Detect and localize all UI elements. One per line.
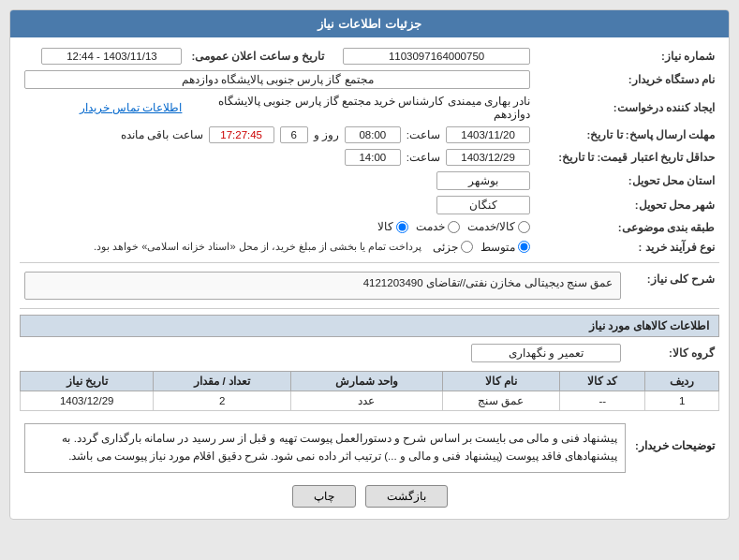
info-kala-title: اطلاعات کالاهای مورد نیاز: [20, 315, 719, 337]
now-label: نوع فرآیند خرید :: [535, 238, 719, 257]
tabaqe-label: طبقه بندی موضوعی:: [535, 217, 719, 238]
table-row: 1--عمق سنجعدد21403/12/29: [21, 391, 719, 410]
name-dastgah-label: نام دستگاه خریدار:: [535, 67, 719, 92]
hadd-saat-value: 14:00: [345, 149, 401, 166]
name-dastgah-value: مجتمع گاز پارس جنوبی پالایشگاه دوازدهم: [24, 70, 530, 89]
mohlet-mande-value: 17:27:45: [209, 126, 274, 143]
goroh-label: گروه کالا:: [626, 341, 719, 365]
sharh-value: عمق سنج دیجیتالی مخازن نفتی//تقاضای 4121…: [24, 272, 621, 300]
col-tarikh: تاریخ نیاز: [21, 371, 154, 391]
hadd-date-value: 1403/12/29: [446, 149, 530, 166]
radio-jozi-label: جزئی: [433, 241, 458, 254]
products-table: ردیف کد کالا نام کالا واحد شمارش تعداد /…: [20, 371, 719, 411]
tarikh-saat-label: تاریخ و ساعت اعلان عمومی:: [186, 45, 329, 67]
action-buttons: بازگشت چاپ: [20, 485, 719, 508]
ostan-label: استان محل تحویل:: [535, 169, 719, 193]
radio-kala-label: کالا: [377, 220, 393, 233]
radio-khedmat-label: خدمت: [416, 220, 445, 233]
col-vahed: واحد شمارش: [290, 371, 442, 391]
page-title: جزئیات اطلاعات نیاز: [10, 10, 729, 37]
radio-jozi[interactable]: جزئی: [433, 241, 473, 254]
back-button[interactable]: بازگشت: [365, 485, 448, 508]
ijad-value: نادر بهاری میمندی کارشناس خرید مجتمع گاز…: [218, 96, 530, 120]
hadd-saat-label: ساعت:: [406, 151, 440, 164]
mohlet-label: مهلت ارسال پاسخ: تا تاریخ:: [535, 124, 719, 146]
hadd-label: حداقل تاریخ اعتبار قیمت: تا تاریخ:: [535, 146, 719, 169]
col-radif: ردیف: [645, 371, 719, 391]
goroh-value: تعمیر و نگهداری: [471, 344, 621, 362]
mohlet-date-value: 1403/11/20: [446, 126, 530, 143]
ijad-label: ایجاد کننده درخواست:: [535, 92, 719, 124]
mohlet-rooz-value: 6: [280, 126, 308, 143]
sharh-label: شرح کلی نیاز:: [626, 269, 719, 302]
col-tedad: تعداد / مقدار: [154, 371, 290, 391]
shomara-niaz-value: 1103097164000750: [343, 48, 530, 65]
radio-motovaset-label: متوسط: [480, 241, 515, 254]
radio-motovaset[interactable]: متوسط: [480, 241, 530, 254]
radio-khedmat[interactable]: خدمت: [416, 220, 460, 233]
col-kod: کد کالا: [560, 371, 645, 391]
mohlet-saat-value: 08:00: [345, 126, 401, 143]
print-button[interactable]: چاپ: [292, 485, 356, 508]
shomara-niaz-label: شماره نیاز:: [535, 45, 719, 67]
shahr-value: کنگان: [436, 196, 530, 214]
parvadakht-text: پرداخت تمام یا بخشی از مبلغ خرید، از محل…: [94, 241, 421, 253]
col-name: نام کالا: [442, 371, 559, 391]
ettelaat-tamas-link[interactable]: اطلاعات تماس خریدار: [80, 102, 182, 113]
radio-kala[interactable]: کالا: [377, 220, 408, 233]
tarikh-saat-value: 1403/11/13 - 12:44: [41, 48, 182, 65]
ostan-value: بوشهر: [436, 171, 530, 190]
radio-kala-khedmat[interactable]: کالا/خدمت: [467, 220, 530, 233]
tozi-label: توضیحات خریدار:: [630, 417, 719, 476]
shahr-label: شهر محل تحویل:: [535, 193, 719, 217]
mohlet-rooz-label: روز و: [314, 128, 339, 141]
mohlet-mande-label: ساعت باقی مانده: [121, 128, 202, 141]
radio-kala-khedmat-label: کالا/خدمت: [467, 220, 515, 233]
tozi-text: پیشنهاد فنی و مالی می بایست بر اساس شرح …: [24, 423, 626, 473]
mohlet-saat-label: ساعت:: [406, 128, 440, 141]
